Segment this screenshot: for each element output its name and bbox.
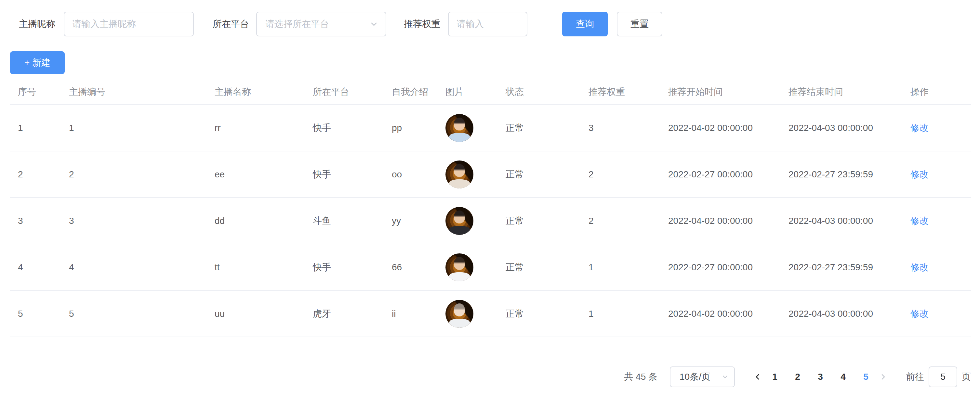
nickname-filter-label: 主播昵称 bbox=[19, 12, 55, 37]
cell-start-time: 2022-04-02 00:00:00 bbox=[660, 291, 780, 337]
cell-intro: 66 bbox=[384, 244, 438, 291]
cell-weight: 1 bbox=[581, 291, 660, 337]
status-badge: 正常 bbox=[498, 151, 581, 197]
page-number-list: 1 2 3 4 5 bbox=[764, 372, 877, 382]
cell-picture bbox=[438, 291, 498, 337]
next-page-button[interactable] bbox=[877, 367, 889, 387]
cell-picture bbox=[438, 151, 498, 197]
status-badge: 正常 bbox=[498, 105, 581, 151]
cell-platform: 斗鱼 bbox=[305, 197, 384, 244]
page-number-2[interactable]: 2 bbox=[792, 372, 803, 382]
cell-end-time: 2022-04-03 00:00:00 bbox=[780, 197, 902, 244]
jumper-label: 前往 bbox=[906, 371, 924, 383]
cell-name: tt bbox=[207, 244, 305, 291]
cell-name: ee bbox=[207, 151, 305, 197]
cell-end-time: 2022-04-03 00:00:00 bbox=[780, 291, 902, 337]
chevron-down-icon bbox=[369, 19, 379, 29]
cell-weight: 2 bbox=[581, 151, 660, 197]
cell-index: 5 bbox=[10, 291, 61, 337]
page-number-4[interactable]: 4 bbox=[837, 372, 849, 382]
pagination-total: 共 45 条 bbox=[624, 371, 657, 383]
cell-platform: 快手 bbox=[305, 151, 384, 197]
cell-weight: 3 bbox=[581, 105, 660, 151]
page-size-select[interactable]: 10条/页 bbox=[670, 367, 735, 387]
cell-anchor-id: 4 bbox=[61, 244, 207, 291]
cell-weight: 1 bbox=[581, 244, 660, 291]
cell-intro: pp bbox=[384, 105, 438, 151]
weight-filter-label: 推荐权重 bbox=[404, 12, 440, 37]
table-row: 3 3 dd 斗鱼 yy 正常 2 2022-04-02 00:00:00 20… bbox=[10, 197, 971, 244]
page-number-3[interactable]: 3 bbox=[815, 372, 826, 382]
col-header-name: 主播名称 bbox=[207, 79, 305, 105]
cell-start-time: 2022-04-02 00:00:00 bbox=[660, 197, 780, 244]
edit-link[interactable]: 修改 bbox=[910, 309, 929, 319]
cell-index: 4 bbox=[10, 244, 61, 291]
nickname-filter-input[interactable] bbox=[64, 12, 194, 37]
cell-name: rr bbox=[207, 105, 305, 151]
cell-intro: yy bbox=[384, 197, 438, 244]
table-row: 4 4 tt 快手 66 正常 1 2022-02-27 00:00:00 20… bbox=[10, 244, 971, 291]
prev-page-button[interactable] bbox=[752, 367, 764, 387]
platform-select-placeholder: 请选择所在平台 bbox=[265, 18, 329, 30]
cell-name: dd bbox=[207, 197, 305, 244]
status-badge: 正常 bbox=[498, 244, 581, 291]
platform-filter-select[interactable]: 请选择所在平台 bbox=[256, 12, 386, 37]
page-number-5-active[interactable]: 5 bbox=[860, 372, 872, 382]
avatar-torso bbox=[449, 272, 470, 281]
cell-platform: 虎牙 bbox=[305, 291, 384, 337]
chevron-down-icon bbox=[721, 373, 729, 381]
table-row: 1 1 rr 快手 pp 正常 3 2022-04-02 00:00:00 20… bbox=[10, 105, 971, 151]
col-header-anchor-id: 主播编号 bbox=[61, 79, 207, 105]
table-row: 5 5 uu 虎牙 ii 正常 1 2022-04-02 00:00:00 20… bbox=[10, 291, 971, 337]
jumper-input[interactable] bbox=[929, 367, 957, 387]
avatar-face bbox=[454, 211, 465, 224]
avatar-face bbox=[454, 118, 465, 130]
cell-index: 1 bbox=[10, 105, 61, 151]
cell-intro: ii bbox=[384, 291, 438, 337]
cell-end-time: 2022-02-27 23:59:59 bbox=[780, 151, 902, 197]
reset-button[interactable]: 重置 bbox=[617, 12, 662, 37]
avatar-image bbox=[445, 207, 473, 235]
edit-link[interactable]: 修改 bbox=[910, 123, 929, 133]
edit-link[interactable]: 修改 bbox=[910, 262, 929, 272]
cell-anchor-id: 5 bbox=[61, 291, 207, 337]
cell-intro: oo bbox=[384, 151, 438, 197]
create-button[interactable]: + 新建 bbox=[10, 51, 65, 74]
avatar-torso bbox=[449, 133, 470, 142]
pagination-bar: 共 45 条 10条/页 1 2 3 4 5 前往 页 bbox=[624, 365, 971, 389]
avatar-face bbox=[454, 303, 465, 316]
table-header-row: 序号 主播编号 主播名称 所在平台 自我介绍 图片 状态 推荐权重 推荐开始时间… bbox=[10, 79, 971, 105]
edit-link[interactable]: 修改 bbox=[910, 216, 929, 226]
avatar-face bbox=[454, 164, 465, 177]
cell-start-time: 2022-02-27 00:00:00 bbox=[660, 151, 780, 197]
cell-name: uu bbox=[207, 291, 305, 337]
cell-weight: 2 bbox=[581, 197, 660, 244]
avatar-image bbox=[445, 253, 473, 281]
col-header-picture: 图片 bbox=[438, 79, 498, 105]
avatar-torso bbox=[449, 319, 470, 328]
avatar-torso bbox=[449, 226, 470, 235]
chevron-left-icon bbox=[753, 372, 762, 381]
cell-end-time: 2022-04-03 00:00:00 bbox=[780, 105, 902, 151]
col-header-action: 操作 bbox=[902, 79, 971, 105]
weight-filter-input[interactable] bbox=[448, 12, 527, 37]
cell-platform: 快手 bbox=[305, 244, 384, 291]
cell-start-time: 2022-04-02 00:00:00 bbox=[660, 105, 780, 151]
col-header-status: 状态 bbox=[498, 79, 581, 105]
cell-platform: 快手 bbox=[305, 105, 384, 151]
avatar-image bbox=[445, 300, 473, 328]
avatar-torso bbox=[449, 179, 470, 189]
avatar-image bbox=[445, 114, 473, 142]
cell-picture bbox=[438, 244, 498, 291]
anchor-table: 序号 主播编号 主播名称 所在平台 自我介绍 图片 状态 推荐权重 推荐开始时间… bbox=[10, 79, 971, 337]
search-button[interactable]: 查询 bbox=[562, 12, 608, 37]
avatar-face bbox=[454, 257, 465, 270]
platform-filter-label: 所在平台 bbox=[213, 12, 249, 37]
cell-anchor-id: 3 bbox=[61, 197, 207, 244]
anchor-management-page: 主播昵称 所在平台 请选择所在平台 推荐权重 查询 重置 + 新建 序号 主播编… bbox=[0, 0, 980, 397]
cell-picture bbox=[438, 105, 498, 151]
page-number-1[interactable]: 1 bbox=[769, 372, 781, 382]
page-size-value: 10条/页 bbox=[679, 371, 710, 383]
edit-link[interactable]: 修改 bbox=[910, 169, 929, 179]
col-header-index: 序号 bbox=[10, 79, 61, 105]
